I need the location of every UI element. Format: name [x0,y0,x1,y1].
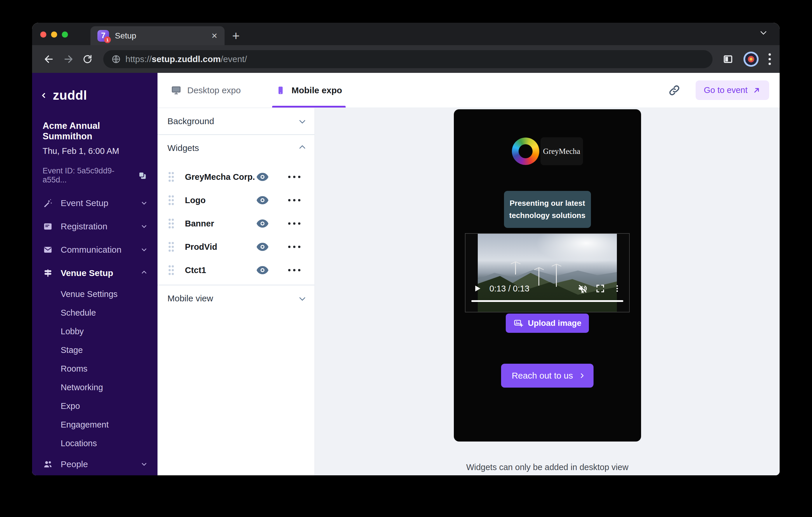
browser-menu-icon[interactable] [768,53,771,65]
minimize-window-button[interactable] [51,31,57,38]
forward-icon[interactable] [60,51,77,67]
sidebar-item-venue-setup[interactable]: Venue Setup [32,262,157,285]
address-bar[interactable]: https://setup.zuddl.com/event/ [103,50,713,68]
new-tab-icon[interactable]: + [232,29,240,42]
go-to-event-button[interactable]: Go to event [696,81,769,100]
sidebar-item-rooms[interactable]: Rooms [32,359,157,378]
tab-mobile-expo[interactable]: Mobile expo [276,73,342,108]
mute-icon[interactable] [577,283,588,294]
notification-badge: 1 [104,36,111,43]
widget-menu-icon[interactable] [288,222,300,225]
booth-logo-widget[interactable]: GreyMecha [512,137,583,165]
sidebar-item-registration[interactable]: Registration [32,215,157,238]
sidebar-item-lobby[interactable]: Lobby [32,322,157,341]
sidebar-item-event-setup[interactable]: Event Setup [32,191,157,215]
brand[interactable]: zuddl [32,73,157,102]
video-time: 0:13 / 0:13 [489,284,529,294]
copy-link-icon[interactable] [668,84,680,96]
expo-view-header: Desktop expo Mobile expo Go to event [157,73,780,108]
visibility-eye-icon[interactable] [256,242,269,251]
mobile-view-label: Mobile view [167,294,213,303]
play-icon[interactable] [473,284,482,293]
sidebar-item-people[interactable]: People [32,453,157,475]
widget-menu-icon[interactable] [288,199,300,202]
copy-icon[interactable] [137,170,148,181]
widget-list: GreyMecha Corp.LogoBannerProdVidCtct1 [167,161,304,285]
sidebar-item-engagement[interactable]: Engagement [32,415,157,434]
widgets-section-toggle[interactable]: Widgets [167,135,304,161]
chevron-down-icon [142,223,147,228]
drag-handle-icon[interactable] [167,171,185,183]
event-id: Event ID: 5a5c9dd9-a55d... [42,166,137,184]
mobile-view-section-toggle[interactable]: Mobile view [167,285,304,311]
sidebar-item-locations[interactable]: Locations [32,434,157,453]
tab-label: Desktop expo [187,85,241,95]
chevron-right-icon [579,373,584,378]
visibility-eye-icon[interactable] [256,172,269,182]
sidebar-subitem-label: Expo [61,401,80,411]
browser-tab-setup[interactable]: 7 1 Setup ✕ [90,26,225,45]
go-to-event-label: Go to event [704,85,748,95]
people-icon [42,459,53,469]
booth-video-player[interactable]: 0:13 / 0:13 [465,233,630,312]
widget-menu-icon[interactable] [288,269,300,271]
video-menu-icon[interactable] [613,284,621,293]
profile-avatar[interactable] [744,52,759,67]
video-progress-bar[interactable] [471,300,623,302]
tab-search-chevron-icon[interactable] [761,30,765,36]
back-icon[interactable] [41,51,57,67]
widget-menu-icon[interactable] [288,176,300,178]
fullscreen-icon[interactable] [595,283,605,294]
video-controls: 0:13 / 0:13 [465,283,629,294]
url-text: https://setup.zuddl.com/event/ [125,54,247,64]
reach-out-button[interactable]: Reach out to us [501,364,593,388]
back-chevron-icon[interactable] [42,93,47,98]
visibility-eye-icon[interactable] [256,266,269,275]
sidebar-item-venue-settings[interactable]: Venue Settings [32,285,157,303]
signpost-icon [42,268,53,278]
chevron-down-icon [142,200,147,205]
drag-handle-icon[interactable] [167,218,185,230]
background-section-toggle[interactable]: Background [167,108,304,134]
sidebar-item-label: People [61,459,135,469]
drag-handle-icon[interactable] [167,264,185,276]
zuddl-logo: zuddl [53,88,87,102]
event-date: Thu, Feb 1, 6:00 AM [42,146,148,156]
visibility-eye-icon[interactable] [256,195,269,205]
visibility-eye-icon[interactable] [256,219,269,228]
card-icon [42,221,53,232]
sidebar-item-label: Communication [61,245,135,255]
sidebar-item-communication[interactable]: Communication [32,238,157,262]
upload-image-button[interactable]: Upload image [506,313,589,333]
widget-menu-icon[interactable] [288,246,300,248]
booth-caption-widget[interactable]: Presenting our latest technology solutio… [504,191,591,228]
zoom-window-button[interactable] [62,31,68,38]
sidebar-subitem-label: Networking [61,383,103,392]
sidebar-nav: Event SetupRegistrationCommunicationVenu… [32,191,157,475]
sidebar-item-expo[interactable]: Expo [32,397,157,415]
widget-row: Ctct1 [167,258,304,282]
widget-name: GreyMecha Corp. [185,172,256,182]
browser-window: 7 1 Setup ✕ + https://setup.zuddl.co [32,23,780,475]
reload-icon[interactable] [79,51,96,67]
browser-toolbar: https://setup.zuddl.com/event/ [32,45,780,73]
browser-tabstrip: 7 1 Setup ✕ + [32,23,780,45]
sidebar-item-networking[interactable]: Networking [32,378,157,397]
drag-handle-icon[interactable] [167,241,185,253]
sidebar-item-schedule[interactable]: Schedule [32,303,157,322]
upload-image-label: Upload image [528,318,582,328]
chevron-down-icon [142,247,147,251]
widget-row: GreyMecha Corp. [167,165,304,188]
drag-handle-icon[interactable] [167,194,185,206]
event-info: Acme Annual Summithon Thu, Feb 1, 6:00 A… [32,102,157,184]
tab-close-icon[interactable]: ✕ [211,32,218,40]
close-window-button[interactable] [40,31,47,38]
widgets-label: Widgets [167,143,199,153]
side-panel-icon[interactable] [722,54,733,65]
sidebar-subitem-label: Rooms [61,364,87,374]
sidebar-item-stage[interactable]: Stage [32,341,157,359]
tab-desktop-expo[interactable]: Desktop expo [171,73,241,108]
tab-title: Setup [115,31,205,40]
arrow-up-right-icon [752,86,761,95]
sidebar: zuddl Acme Annual Summithon Thu, Feb 1, … [32,73,157,475]
